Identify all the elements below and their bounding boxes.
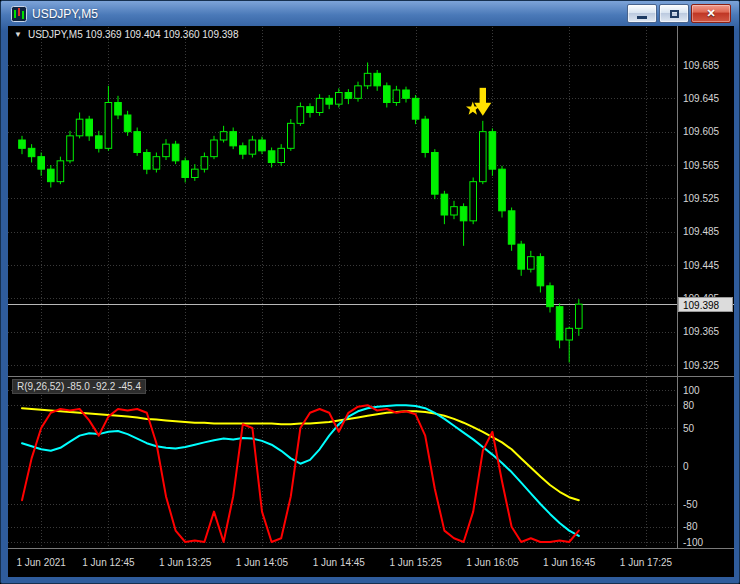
indicator-label: R(9,26,52) -85.0 -92.2 -45.4: [12, 379, 146, 394]
titlebar[interactable]: USDJPY,M5 ✕: [8, 1, 732, 26]
candle: [278, 148, 285, 162]
candle: [508, 211, 515, 244]
chart-canvas[interactable]: 109.685109.645109.605109.565109.525109.4…: [8, 26, 734, 577]
candle: [384, 86, 391, 103]
maximize-icon: [670, 10, 679, 18]
series-R26: [22, 405, 579, 536]
indicator-axis-label: 80: [683, 400, 695, 411]
candle: [163, 144, 170, 157]
candle: [412, 98, 419, 119]
candle: [460, 207, 467, 221]
candle: [336, 93, 343, 105]
time-axis-label: 1 Jun 13:25: [159, 557, 212, 568]
time-axis-label: 1 Jun 2021: [16, 557, 66, 568]
candle: [201, 157, 208, 170]
candle: [470, 182, 477, 221]
indicator-axis-label: -80: [683, 521, 698, 532]
candle: [240, 146, 247, 154]
candle: [547, 286, 554, 307]
candle: [480, 132, 487, 182]
candle: [566, 328, 573, 340]
candle: [576, 304, 583, 328]
candle: [326, 98, 333, 104]
candle: [403, 90, 410, 98]
ohlc-text: USDJPY,M5 109.369 109.404 109.360 109.39…: [28, 29, 239, 40]
candle: [115, 103, 122, 116]
candle: [518, 244, 525, 269]
candle: [182, 161, 189, 178]
chart-content: 109.685109.645109.605109.565109.525109.4…: [8, 26, 734, 577]
candle: [124, 115, 131, 132]
minimize-icon: [637, 16, 647, 19]
indicator-axis-label: 0: [683, 461, 689, 472]
candle: [57, 161, 64, 182]
candle: [144, 153, 151, 170]
candle: [393, 90, 400, 103]
candle: [297, 107, 304, 124]
candle: [288, 123, 295, 148]
candle: [432, 153, 439, 195]
candle: [268, 151, 275, 163]
candle: [307, 107, 314, 113]
close-icon: ✕: [706, 8, 715, 19]
price-axis-label: 109.685: [683, 60, 720, 71]
candle: [38, 157, 45, 170]
indicator-axis-label: -100: [683, 537, 703, 548]
candle: [105, 103, 112, 149]
price-axis-label: 109.325: [683, 360, 720, 371]
candle: [220, 132, 227, 140]
candle: [345, 93, 352, 99]
indicator-lines: [22, 405, 579, 542]
candle: [259, 140, 266, 151]
candle: [211, 140, 218, 157]
sell-signal: [466, 88, 491, 116]
candle: [451, 207, 458, 215]
candle: [153, 157, 160, 170]
one-click-trading-icon[interactable]: ▼: [14, 30, 22, 39]
candle: [316, 98, 323, 112]
candle: [19, 140, 26, 148]
indicator-axis-label: -50: [683, 499, 698, 510]
candle: [28, 148, 35, 156]
time-axis-label: 1 Jun 17:25: [620, 557, 673, 568]
arrow-down-icon: [480, 88, 486, 104]
price-axis-label: 109.605: [683, 126, 720, 137]
candle: [249, 140, 256, 154]
candle: [556, 307, 563, 340]
candle: [441, 194, 448, 215]
candles-layer: [19, 63, 582, 363]
candle: [192, 169, 199, 177]
candle: [86, 119, 93, 136]
axis-labels: 109.685109.645109.605109.565109.525109.4…: [16, 60, 719, 569]
price-axis-label: 109.645: [683, 93, 720, 104]
candle: [528, 257, 535, 270]
time-axis-label: 1 Jun 12:45: [82, 557, 135, 568]
close-button[interactable]: ✕: [691, 4, 731, 23]
window-controls: ✕: [627, 4, 731, 23]
price-axis-label: 109.485: [683, 226, 720, 237]
maximize-button[interactable]: [659, 4, 689, 23]
candle: [422, 119, 429, 152]
chart-window: USDJPY,M5 ✕ 109.685109.645109.605109.565…: [0, 0, 740, 584]
indicator-axis-label: 50: [683, 423, 695, 434]
time-axis-label: 1 Jun 16:45: [543, 557, 596, 568]
chart-app-icon[interactable]: [11, 6, 27, 22]
candle: [499, 169, 506, 211]
ohlc-header: ▼ USDJPY,M5 109.369 109.404 109.360 109.…: [14, 29, 238, 40]
price-axis-label: 109.565: [683, 160, 720, 171]
candle: [489, 132, 496, 170]
time-axis-label: 1 Jun 15:25: [389, 557, 442, 568]
price-axis-label: 109.365: [683, 326, 720, 337]
candle: [134, 132, 141, 153]
bid-price-tag: 109.398: [678, 297, 733, 312]
candle: [48, 169, 55, 182]
time-axis-label: 1 Jun 16:05: [466, 557, 519, 568]
minimize-button[interactable]: [627, 4, 657, 23]
candle: [67, 136, 74, 161]
price-axis-label: 109.525: [683, 193, 720, 204]
candle: [537, 257, 544, 286]
candle: [374, 73, 381, 86]
candle: [230, 132, 237, 146]
time-axis-label: 1 Jun 14:45: [313, 557, 366, 568]
candle: [96, 136, 103, 149]
